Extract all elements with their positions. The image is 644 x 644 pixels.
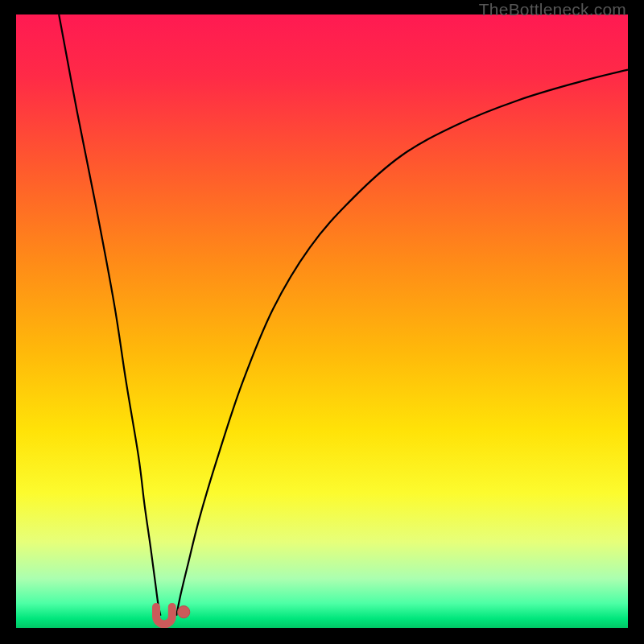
plot-area [16,14,628,628]
watermark-text: TheBottleneck.com [479,0,626,19]
valley-dot-marker [178,606,190,618]
outer-frame: TheBottleneck.com [0,0,644,644]
gradient-background [16,14,628,628]
chart-svg [16,14,628,628]
